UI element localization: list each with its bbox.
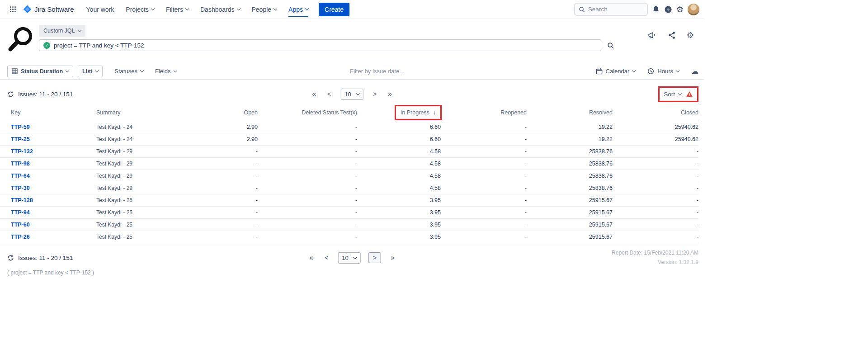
jql-echo: ( project = TTP and key < TTP-152 ) <box>0 268 704 276</box>
page: Jira Software Your work Projects Filters… <box>0 0 704 276</box>
issue-key-link[interactable]: TTP-64 <box>11 173 30 179</box>
chevron-down-icon <box>95 69 99 72</box>
statuses-dropdown[interactable]: Statuses <box>114 68 143 75</box>
report-type-button[interactable]: Status Duration <box>7 66 73 77</box>
chevron-down-icon <box>66 69 69 72</box>
search-icon <box>579 6 585 13</box>
issue-key-link[interactable]: TTP-25 <box>11 136 30 142</box>
prev-page-button[interactable]: < <box>323 253 330 262</box>
hours-dropdown[interactable]: Hours <box>647 68 679 75</box>
cell-deleted-status: - <box>258 231 357 243</box>
nav-dashboards[interactable]: Dashboards <box>194 0 246 19</box>
global-search[interactable] <box>574 3 648 16</box>
nav-apps[interactable]: Apps <box>283 0 314 19</box>
view-label: List <box>82 68 92 75</box>
issue-summary: Test Kaydı - 25 <box>96 231 181 243</box>
view-button[interactable]: List <box>78 66 103 77</box>
calendar-dropdown[interactable]: Calendar <box>596 68 636 75</box>
issue-key-link[interactable]: TTP-94 <box>11 209 30 216</box>
page-size-select[interactable]: 10 <box>340 89 363 100</box>
column-header-reopened[interactable]: Reopened <box>441 105 527 121</box>
jira-logo[interactable]: Jira Software <box>23 5 74 14</box>
issue-key-link[interactable]: TTP-59 <box>11 124 30 130</box>
issue-key-link[interactable]: TTP-132 <box>11 148 33 155</box>
issue-key-link[interactable]: TTP-26 <box>11 234 30 240</box>
nav-your-work[interactable]: Your work <box>80 0 120 19</box>
last-page-button[interactable]: » <box>386 89 394 99</box>
column-header-deleted-status-test[interactable]: Deleted Status Test(x) <box>258 105 357 121</box>
first-page-button[interactable]: « <box>310 89 318 99</box>
user-avatar[interactable] <box>688 4 699 15</box>
feedback-megaphone-icon[interactable] <box>647 31 657 39</box>
sort-label: Sort <box>664 91 675 98</box>
nav-filters[interactable]: Filters <box>160 0 194 19</box>
sort-warning-icon[interactable] <box>686 91 693 97</box>
notifications-bell-icon[interactable] <box>652 5 660 14</box>
export-cloud-icon[interactable]: ☁ <box>691 68 698 75</box>
column-header-in-progress[interactable]: In Progress ↓ <box>357 105 441 121</box>
report-toolbar: Status Duration List Statuses Fields Fil… <box>0 63 704 80</box>
pagination-bottom: « < 10 > » <box>307 252 396 264</box>
issue-key-link[interactable]: TTP-60 <box>11 222 30 228</box>
column-header-resolved[interactable]: Resolved <box>527 105 613 121</box>
share-icon[interactable] <box>668 31 676 39</box>
issue-summary: Test Kaydı - 29 <box>96 182 181 194</box>
nav-projects-label: Projects <box>126 6 149 13</box>
cell-closed: - <box>613 207 698 219</box>
cell-in-progress: 4.58 <box>357 146 441 158</box>
next-page-button[interactable]: > <box>371 90 378 99</box>
cell-deleted-status: - <box>258 219 357 231</box>
cell-open: - <box>181 146 258 158</box>
cell-in-progress: 6.60 <box>357 133 441 146</box>
query-mode-button[interactable]: Custom JQL <box>39 25 85 37</box>
chevron-down-icon <box>353 255 357 259</box>
page-size-select[interactable]: 10 <box>338 252 360 264</box>
column-header-closed[interactable]: Closed <box>613 105 698 121</box>
cell-resolved: 25915.67 <box>527 207 613 219</box>
issues-count-footer: Issues: 11 - 20 / 151 <box>7 255 73 261</box>
app-settings-gear-icon[interactable]: ⚙ <box>687 31 694 39</box>
cell-in-progress: 3.95 <box>357 194 441 207</box>
jql-input[interactable]: ✓ project = TTP and key < TTP-152 <box>39 39 601 51</box>
refresh-icon[interactable] <box>7 255 14 261</box>
issue-key-link[interactable]: TTP-128 <box>11 197 33 203</box>
cell-reopened: - <box>441 219 527 231</box>
fields-label: Fields <box>155 68 171 75</box>
issue-key-link[interactable]: TTP-98 <box>11 161 30 167</box>
refresh-icon[interactable] <box>7 91 14 98</box>
prev-page-button[interactable]: < <box>326 90 333 99</box>
cell-open: - <box>181 194 258 207</box>
toolbar-right: Calendar Hours ☁ <box>596 68 698 75</box>
column-header-open[interactable]: Open <box>181 105 258 121</box>
create-button[interactable]: Create <box>319 3 349 16</box>
cell-in-progress: 6.60 <box>357 121 441 133</box>
sort-dropdown[interactable]: Sort <box>664 91 693 98</box>
cell-reopened: - <box>441 182 527 194</box>
column-header-key[interactable]: Key <box>0 105 96 121</box>
nav-projects[interactable]: Projects <box>120 0 160 19</box>
pagination-top: « < 10 > » <box>310 89 394 100</box>
grid-table-icon <box>12 68 18 74</box>
fields-dropdown[interactable]: Fields <box>155 68 177 75</box>
last-page-button[interactable]: » <box>389 253 396 263</box>
nav-filters-label: Filters <box>166 6 183 13</box>
calendar-icon <box>596 68 603 75</box>
cell-in-progress: 4.58 <box>357 170 441 182</box>
chevron-down-icon <box>676 69 679 72</box>
settings-gear-icon[interactable]: ⚙ <box>676 5 684 14</box>
next-page-button[interactable]: > <box>368 252 381 263</box>
chevron-down-icon <box>185 7 189 10</box>
column-header-summary[interactable]: Summary <box>96 105 181 121</box>
help-icon[interactable]: ? <box>664 5 672 14</box>
date-filter-input[interactable]: Filter by issue date... <box>350 68 404 75</box>
cell-open: - <box>181 231 258 243</box>
run-search-icon[interactable] <box>607 42 614 49</box>
first-page-button[interactable]: « <box>307 253 315 263</box>
nav-people-label: People <box>252 6 272 13</box>
cell-reopened: - <box>441 146 527 158</box>
cell-resolved: 25915.67 <box>527 194 613 207</box>
global-search-input[interactable] <box>588 6 643 13</box>
nav-people[interactable]: People <box>246 0 283 19</box>
app-switcher-button[interactable] <box>6 3 19 16</box>
issue-key-link[interactable]: TTP-30 <box>11 185 30 191</box>
